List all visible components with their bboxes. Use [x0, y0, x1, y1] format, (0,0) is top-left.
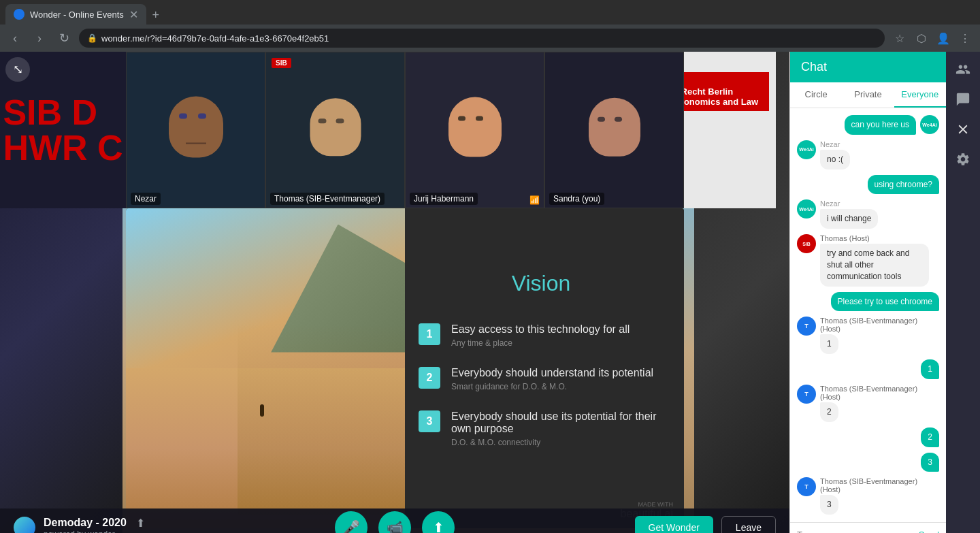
signal-icon: 📶 [529, 195, 540, 205]
video-area: ⤡ SIB D HWR C fürund Recht Berlinof Econ… [0, 52, 789, 533]
browser-toolbar: ‹ › ↻ 🔒 wonder.me/r?id=46d79b7e-0afd-4af… [0, 25, 980, 52]
vision-subtext-3: D.O. & M.O. connectivity [451, 438, 664, 447]
participant-nezar: Nezar [126, 52, 265, 208]
share-event-icon[interactable]: ⬆ [136, 517, 145, 530]
back-btn[interactable]: ‹ [5, 29, 24, 48]
thomas-face [310, 98, 361, 156]
bottom-right-btns: Get Wonder Leave [635, 516, 776, 533]
cliff-shape [238, 225, 405, 353]
thomas-avatar [310, 98, 361, 156]
sib-logo-card: SIB [272, 58, 291, 68]
camera-btn[interactable]: 📹 [378, 511, 411, 533]
chat-header: Chat [790, 52, 946, 82]
bookmark-icon[interactable]: ☆ [890, 29, 909, 48]
address-bar[interactable]: 🔒 wonder.me/r?id=46d79b7e-0afd-4afe-a1e3… [79, 29, 885, 48]
msg-bubble: 3 [820, 495, 838, 515]
jurij-name: Jurij Habermann [410, 193, 478, 205]
vision-subtext-2: Smart guidance for D.O. & M.O. [451, 382, 653, 391]
slide-beach-image [126, 208, 405, 528]
main-container: ⤡ SIB D HWR C fürund Recht Berlinof Econ… [0, 52, 980, 533]
share-btn[interactable]: ⬆ [422, 511, 455, 533]
msg-bubble: no :( [820, 150, 850, 169]
vision-text-1: Easy access to this technology for all A… [451, 323, 630, 348]
msg-bubble: 2 [921, 427, 939, 447]
tab-favicon [14, 9, 24, 20]
msg-content: Thomas (SIB-Eventmanager) (Host) 1 [820, 317, 939, 354]
participants-row: Nezar SIB Thomas (SIB-Eventmanager) Juri… [126, 52, 684, 208]
sib-banner-text: SIB D HWR C [3, 95, 122, 165]
msg-avatar: T [797, 385, 816, 404]
new-tab-btn[interactable]: + [146, 5, 165, 25]
sandra-name: Sandra (you) [549, 193, 604, 205]
msg-content: Please try to use chroome [831, 292, 939, 312]
vision-item-2: 2 Everybody should understand its potent… [419, 367, 664, 391]
nezar-face [169, 97, 223, 158]
thomas-name: Thomas (SIB-Eventmanager) [270, 193, 385, 205]
event-details: Demoday - 2020 ⬆ powered by wonder [44, 517, 145, 534]
chat-tabs: Circle Private Everyone [790, 82, 946, 108]
nezar-name: Nezar [131, 193, 161, 205]
msg-avatar: T [797, 477, 816, 496]
msg-content: using chroome? [868, 175, 939, 195]
msg-row: We4Ai can you here us [797, 115, 939, 135]
browser-tabs-bar: Wonder - Online Events ✕ + [0, 0, 980, 25]
profile-icon[interactable]: 👤 [934, 29, 953, 48]
vision-num-2: 2 [419, 367, 440, 389]
chat-sidebar-icon[interactable] [951, 87, 975, 112]
walking-figure [260, 404, 264, 417]
chat-messages: We4Ai can you here us We4Ai Nezar no :( … [790, 108, 946, 522]
msg-row: SIB Thomas (Host) try and come back and … [797, 234, 939, 286]
tab-close-btn[interactable]: ✕ [129, 8, 138, 21]
slide-title: Vision [419, 271, 664, 296]
url-text: wonder.me/r?id=46d79b7e-0afd-4afe-a1e3-6… [101, 33, 329, 44]
mic-btn[interactable]: 🎤 [335, 511, 368, 533]
msg-content: 1 [921, 359, 939, 379]
msg-row: We4Ai Nezar i will change [797, 199, 939, 229]
people-icon[interactable] [951, 57, 975, 82]
msg-avatar: SIB [797, 234, 816, 253]
msg-content: Nezar i will change [820, 199, 878, 229]
participant-sandra: Sandra (you) [544, 52, 684, 208]
tab-circle[interactable]: Circle [790, 82, 842, 108]
chat-input[interactable] [797, 530, 915, 533]
nezar-avatar [169, 97, 223, 158]
mic-icon: 🎤 [343, 519, 360, 533]
get-wonder-btn[interactable]: Get Wonder [635, 516, 713, 533]
powered-by: powered by wonder [44, 530, 145, 534]
send-btn[interactable]: Send [919, 530, 939, 533]
settings-icon[interactable] [951, 147, 975, 172]
active-tab[interactable]: Wonder - Online Events ✕ [5, 4, 146, 25]
msg-sender: Thomas (SIB-Eventmanager) (Host) [820, 477, 939, 494]
forward-btn[interactable]: › [30, 29, 49, 48]
vision-num-3: 3 [419, 410, 440, 432]
lock-icon: 🔒 [87, 33, 97, 43]
vision-item-3: 3 Everybody should use its potential for… [419, 410, 664, 447]
vision-heading-1: Easy access to this technology for all [451, 323, 630, 336]
share-icon: ⬆ [433, 519, 444, 533]
msg-row: T Thomas (SIB-Eventmanager) (Host) 2 [797, 385, 939, 422]
toolbar-icons: ☆ ⬡ 👤 ⋮ [890, 29, 975, 48]
leave-btn[interactable]: Leave [721, 516, 776, 533]
msg-avatar: We4Ai [797, 199, 816, 219]
vision-item-1: 1 Easy access to this technology for all… [419, 323, 664, 348]
tab-title: Wonder - Online Events [30, 10, 124, 20]
msg-content: Nezar no :( [820, 140, 850, 169]
sandra-face [589, 98, 640, 157]
msg-sender: Nezar [820, 199, 878, 208]
refresh-btn[interactable]: ↻ [54, 29, 74, 48]
msg-bubble: 1 [820, 334, 838, 354]
msg-row: Please try to use chroome [797, 292, 939, 312]
menu-icon[interactable]: ⋮ [956, 29, 975, 48]
tab-private[interactable]: Private [842, 82, 894, 108]
chat-title: Chat [801, 60, 827, 74]
msg-bubble: Please try to use chroome [831, 292, 939, 312]
tab-everyone[interactable]: Everyone [894, 82, 946, 108]
extensions-icon[interactable]: ⬡ [912, 29, 931, 48]
msg-row: 1 [797, 359, 939, 379]
jurij-avatar [448, 97, 502, 157]
minimize-btn[interactable]: ⤡ [5, 57, 30, 82]
msg-row: using chroome? [797, 175, 939, 195]
msg-row: T Thomas (SIB-Eventmanager) (Host) 1 [797, 317, 939, 354]
vision-num-1: 1 [419, 323, 440, 345]
close-btn[interactable] [951, 117, 975, 142]
